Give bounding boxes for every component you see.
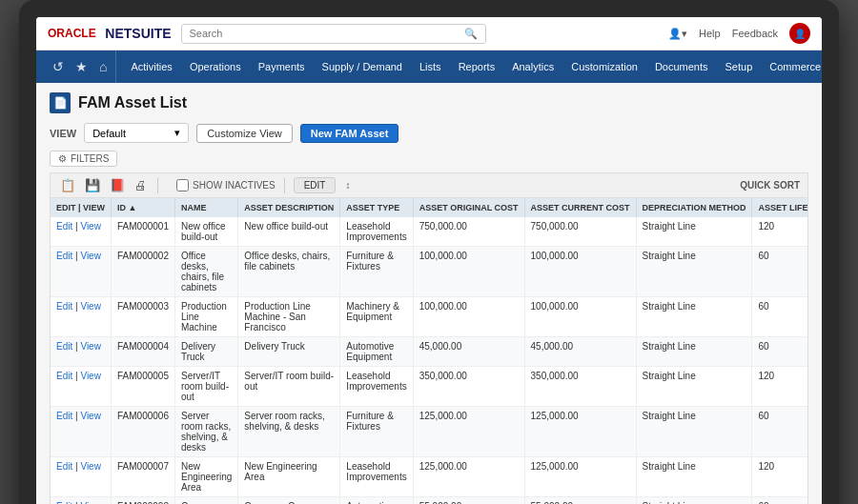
nav-customization[interactable]: Customization [562,53,646,80]
view-link[interactable]: View [80,221,101,232]
current-cost-cell: 55,000.00 [524,497,636,505]
lifetime-cell: 120 [752,457,808,497]
toolbar-pdf-icon[interactable]: 📕 [108,177,127,193]
col-name[interactable]: NAME [174,198,237,217]
view-link[interactable]: View [80,251,101,261]
dep-method-cell: Straight Line [636,497,752,505]
edit-link[interactable]: Edit [56,301,72,312]
lifetime-cell: 60 [752,337,808,367]
table-row: Edit | View FAM000008 Company Car Compan… [51,497,808,505]
edit-link[interactable]: Edit [56,371,72,381]
filters-button[interactable]: ⚙ FILTERS [50,151,117,167]
help-link[interactable]: Help [699,28,721,39]
table-row: Edit | View FAM000003 Production Line Ma… [51,297,808,337]
edit-view-cell: Edit | View [51,407,112,457]
view-link[interactable]: View [80,371,101,381]
name-cell: Server room racks, shelving, & desks [174,407,237,457]
quick-sort-label: QUICK SORT [740,180,800,191]
col-dep-method[interactable]: DEPRECIATION METHOD [636,198,752,217]
original-cost-cell: 125,000.00 [413,457,524,497]
toolbar-save-icon[interactable]: 💾 [83,177,102,193]
table-row: Edit | View FAM000005 Server/IT room bui… [51,367,808,407]
edit-view-cell: Edit | View [51,297,112,337]
notifications-icon[interactable]: 👤▾ [668,28,687,40]
col-id[interactable]: ID ▲ [112,198,175,217]
id-cell: FAM000005 [112,367,175,407]
nav-bar: ↺ ★ ⌂ Activities Operations Payments Sup… [36,50,822,83]
edit-link[interactable]: Edit [56,221,72,232]
name-cell: Office desks, chairs, file cabinets [174,247,237,297]
filters-label: FILTERS [71,153,109,164]
nav-reports[interactable]: Reports [450,53,504,80]
edit-link[interactable]: Edit [56,411,72,421]
table-row: Edit | View FAM000002 Office desks, chai… [51,247,808,297]
id-cell: FAM000006 [112,407,175,457]
user-avatar[interactable]: 👤 [789,23,810,44]
original-cost-cell: 55,000.00 [413,497,524,505]
view-link[interactable]: View [80,461,101,472]
nav-activities[interactable]: Activities [122,53,180,80]
controls-row: VIEW Default ▾ Customize View New FAM As… [50,123,808,143]
nav-commerce[interactable]: Commerce [761,53,822,80]
description-cell: Server/IT room build-out [238,367,340,407]
original-cost-cell: 350,000.00 [413,367,524,407]
edit-view-cell: Edit | View [51,337,112,367]
lifetime-cell: 120 [752,217,808,247]
nav-operations[interactable]: Operations [181,53,250,80]
search-input[interactable] [190,28,464,39]
new-fam-asset-button[interactable]: New FAM Asset [300,124,399,143]
type-cell: Furniture & Fixtures [340,247,413,297]
col-current-cost[interactable]: ASSET CURRENT COST [524,198,636,217]
id-cell: FAM000004 [112,337,175,367]
edit-toggle: ↕ [345,180,350,191]
toolbar-copy-icon[interactable]: 📋 [58,177,77,193]
dep-method-cell: Straight Line [636,407,752,457]
view-select[interactable]: Default ▾ [84,123,189,143]
type-cell: Leasehold Improvements [340,457,413,497]
nav-lists[interactable]: Lists [411,53,450,80]
home-icon[interactable]: ⌂ [94,56,112,77]
col-type[interactable]: ASSET TYPE [340,198,413,217]
nav-setup[interactable]: Setup [717,53,762,80]
type-cell: Machinery & Equipment [340,297,413,337]
type-cell: Automotive Equipment [340,337,413,367]
feedback-link[interactable]: Feedback [732,28,778,39]
toolbar-print-icon[interactable]: 🖨 [133,177,149,193]
edit-link[interactable]: Edit [56,461,72,472]
current-cost-cell: 100,000.00 [524,247,636,297]
dep-method-cell: Straight Line [636,337,752,367]
show-inactives-checkbox[interactable] [176,179,189,192]
favorites-icon[interactable]: ★ [71,56,92,77]
edit-link[interactable]: Edit [56,341,72,352]
name-cell: Delivery Truck [174,337,237,367]
nav-payments[interactable]: Payments [250,53,314,80]
edit-toolbar-button[interactable]: EDIT [294,177,337,193]
search-icon: 🔍 [464,28,478,40]
lifetime-cell: 60 [752,497,808,505]
type-cell: Furniture & Fixtures [340,407,413,457]
table-header-row: EDIT | VIEW ID ▲ NAME ASSET DESCRIPTION … [51,198,808,217]
view-link[interactable]: View [80,411,101,421]
nav-analytics[interactable]: Analytics [503,53,562,80]
col-original-cost[interactable]: ASSET ORIGINAL COST [413,198,524,217]
customize-view-button[interactable]: Customize View [196,124,293,143]
content-area: FAM Asset List VIEW Default ▾ Customize … [36,83,822,504]
view-label: VIEW [50,128,76,139]
name-cell: New office build-out [174,217,237,247]
search-box[interactable]: 🔍 [181,24,486,44]
col-description[interactable]: ASSET DESCRIPTION [238,198,340,217]
edit-link[interactable]: Edit [56,251,72,261]
original-cost-cell: 750,000.00 [413,217,524,247]
nav-supply-demand[interactable]: Supply / Demand [314,53,411,80]
back-icon[interactable]: ↺ [48,56,69,77]
col-lifetime[interactable]: ASSET LIFETIME [752,198,808,217]
edit-view-cell: Edit | View [51,367,112,407]
dep-method-cell: Straight Line [636,247,752,297]
view-link[interactable]: View [80,341,101,352]
current-cost-cell: 100,000.00 [524,297,636,337]
table-row: Edit | View FAM000004 Delivery Truck Del… [51,337,808,367]
table-row: Edit | View FAM000001 New office build-o… [51,217,808,247]
description-cell: New office build-out [238,217,340,247]
view-link[interactable]: View [80,301,101,312]
nav-documents[interactable]: Documents [646,53,717,80]
